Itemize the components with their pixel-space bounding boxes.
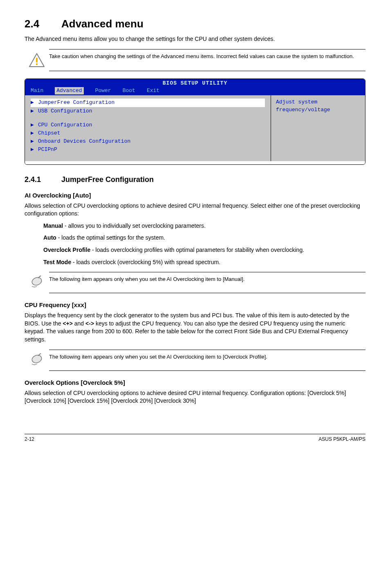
bios-tab-boot[interactable]: Boot [123,87,135,94]
ai-overclocking-heading: AI Overclocking [Auto] [25,191,365,200]
note-callout: The following item appears only when you… [49,350,365,371]
cpu-frequency-heading: CPU Frequency [xxx] [25,301,365,309]
subsection-title: 2.4.1JumperFree Configuration [25,175,365,185]
bios-body: ▶ JumperFree Configuration ▶ USB Configu… [25,95,365,161]
bios-item-label: Chipset [38,130,61,137]
section-intro: The Advanced menu items allow you to cha… [25,35,365,43]
option-rest: - loads overclock (overclocking 5%) with… [71,259,220,265]
submenu-arrow-icon: ▶ [31,108,38,115]
bios-item-label: Onboard Devices Configuration [38,138,130,145]
svg-point-2 [36,63,38,65]
option-manual: Manual - allows you to individually set … [43,222,365,230]
key-minus: <-> [85,320,94,327]
section-title: 2.4Advanced menu [25,16,365,31]
overclock-options-heading: Overclock Options [Overclock 5%] [25,378,365,387]
bios-item-label: PCIPnP [38,146,57,153]
desc-text: and [73,320,85,327]
submenu-arrow-icon: ▶ [31,121,38,129]
svg-point-5 [31,354,43,364]
option-rest: - allows you to individually set overclo… [63,222,206,229]
option-lead: Manual [43,222,63,229]
option-rest: - loads overclocking profiles with optim… [90,247,304,253]
bios-item-cpu[interactable]: ▶ CPU Configuration [31,121,265,129]
bios-tab-bar: Main Advanced Power Boot Exit [25,87,365,95]
page-footer: 2-12 ASUS P5KPL-AM/PS [25,434,365,443]
bios-tab-main[interactable]: Main [31,87,43,94]
submenu-arrow-icon: ▶ [31,99,38,106]
svg-point-3 [31,276,43,287]
option-rest: - loads the optimal settings for the sys… [56,234,165,241]
bios-title: BIOS SETUP UTILITY [25,80,365,87]
caution-text: Take caution when changing the settings … [49,53,354,60]
caution-icon [25,53,49,67]
bios-item-jumperfree[interactable]: ▶ JumperFree Configuration [31,99,265,107]
bios-tab-advanced[interactable]: Advanced [55,87,83,94]
cpu-frequency-desc: Displays the frequency sent by the clock… [25,312,365,343]
bios-item-usb[interactable]: ▶ USB Configuration [31,107,265,115]
note-text: The following item appears only when you… [49,276,244,283]
bios-help-pane: Adjust system frequency/voltage [271,95,365,161]
option-lead: Auto [43,234,56,241]
bios-screenshot: BIOS SETUP UTILITY Main Advanced Power B… [25,79,365,165]
note-icon [25,276,49,290]
option-overclock-profile: Overclock Profile - loads overclocking p… [43,246,365,254]
bios-item-onboard[interactable]: ▶ Onboard Devices Configuration [31,137,265,146]
submenu-arrow-icon: ▶ [31,146,38,153]
subsection-number: 2.4.1 [25,175,61,185]
bios-tab-exit[interactable]: Exit [147,87,159,94]
note-callout: The following item appears only when you… [49,272,365,293]
svg-rect-1 [36,58,38,63]
ai-overclocking-desc: Allows selection of CPU overclocking opt… [25,202,365,218]
key-plus: <+> [63,320,73,327]
option-lead: Overclock Profile [43,247,90,253]
bios-header: BIOS SETUP UTILITY Main Advanced Power B… [25,79,365,95]
bios-item-pcipnp[interactable]: ▶ PCIPnP [31,146,265,154]
bios-help-line: Adjust system [276,99,360,106]
note-text: The following item appears only when you… [49,353,267,361]
bios-item-label: JumperFree Configuration [38,99,114,106]
overclock-options-desc: Allows selection of CPU overclocking opt… [25,389,365,405]
option-auto: Auto - loads the optimal settings for th… [43,234,365,242]
section-name: Advanced menu [61,18,143,30]
subsection-name: JumperFree Configuration [61,175,154,184]
option-lead: Test Mode [43,259,71,265]
footer-product: ASUS P5KPL-AM/PS [318,436,365,443]
section-number: 2.4 [25,16,61,31]
submenu-arrow-icon: ▶ [31,130,38,137]
bios-help-line: frequency/voltage [276,106,360,114]
option-test-mode: Test Mode - loads overclock (overclockin… [43,258,365,267]
bios-item-label: CPU Configuration [38,121,92,129]
bios-main-pane: ▶ JumperFree Configuration ▶ USB Configu… [25,95,271,161]
caution-callout: Take caution when changing the settings … [49,49,365,71]
bios-tab-power[interactable]: Power [95,87,111,94]
page-number: 2-12 [25,436,34,443]
submenu-arrow-icon: ▶ [31,138,38,145]
note-icon [25,353,49,367]
bios-item-label: USB Configuration [38,108,92,115]
bios-item-chipset[interactable]: ▶ Chipset [31,129,265,137]
